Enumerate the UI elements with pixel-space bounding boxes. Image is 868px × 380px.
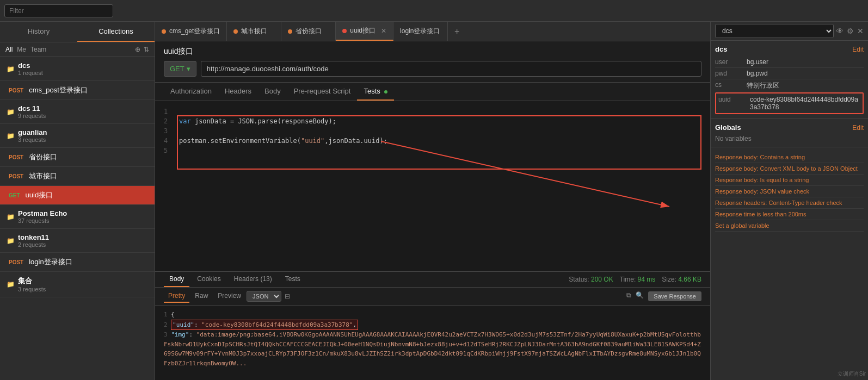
gear-icon[interactable]: ⚙ [847,27,854,35]
sidebar-item-cms-post[interactable]: POST cms_post登录接口 [0,81,155,100]
filter-team[interactable]: Team [30,46,46,53]
snippet-response-xml[interactable]: Response body: Convert XML body to a JSO… [715,163,864,175]
sidebar-item-uuid[interactable]: GET uuid接口 [0,186,155,205]
req-tab-tests[interactable]: Tests [357,83,394,101]
add-folder-icon[interactable]: ⊕ [135,46,140,53]
filter-me[interactable]: Me [17,46,26,53]
folder-name: tonken11 [18,233,49,241]
format-select[interactable]: JSON XML HTML [247,291,281,302]
req-tab-auth[interactable]: Authorization [164,83,218,101]
search-icon[interactable]: 🔍 [636,291,644,301]
filter-input[interactable] [4,4,113,17]
method-badge-post: POST [7,173,26,180]
sidebar-item-guanlian[interactable]: 📁 guanlian 3 requests [0,124,155,148]
status-value: 200 OK [591,276,613,283]
env-select[interactable]: dcs [715,24,834,38]
sidebar-tabs: History Collections [0,22,155,42]
line-number: 1 [164,107,173,116]
folder-icon: 📁 [7,65,15,73]
filter-all[interactable]: All [5,46,13,53]
method-label: GET [170,65,184,73]
add-tab-button[interactable]: + [448,27,466,36]
sort-icon[interactable]: ⇅ [144,46,149,53]
sidebar-filter-bar: All Me Team ⊕ ⇅ [0,42,155,57]
line-num: 2 [164,321,171,328]
response-tab-cookies[interactable]: Cookies [192,272,226,287]
resp-tab-raw[interactable]: Raw [190,290,212,303]
sidebar-item-city[interactable]: POST 城市接口 [0,167,155,186]
req-tab-headers[interactable]: Headers [218,83,258,101]
method-badge-get: GET [7,192,22,199]
response-tab-tests[interactable]: Tests [280,272,306,287]
env-val: bg.user [747,58,768,66]
snippet-response-contains[interactable]: Response body: Contains a string [715,152,864,163]
globals-section-header: Globals Edit [715,123,864,132]
sidebar-item-postman-echo[interactable]: 📁 Postman Echo 37 requests [0,205,155,229]
globals-section: Globals Edit No variables [711,119,868,147]
tab-login[interactable]: login登录接口 [393,22,448,41]
tab-label: 城市接口 [241,27,267,36]
request-area: uuid接口 GET ▾ [155,41,710,83]
sidebar-item-collection[interactable]: 📁 集合 3 requests [0,272,155,297]
tab-province[interactable]: 省份接口 [281,22,336,41]
env-section: dcs Edit user bg.user pwd bg.pwd cs 特别行政… [711,41,868,119]
resp-val: "data:image/png;base64,iVBORw0KGgoAAAANN… [164,331,701,367]
editor-wrapper: 1 2 var jsonData = JSON.parse(responseBo… [155,101,710,271]
resp-icons: ⧉ 🔍 Save Response [626,291,701,301]
req-tab-prerequest[interactable]: Pre-request Script [287,83,358,101]
resp-tab-pretty[interactable]: Pretty [164,290,189,303]
close-icon[interactable]: ✕ [857,27,864,35]
sidebar-item-dcs11[interactable]: 📁 dcs 11 9 requests [0,100,155,124]
req-tab-body[interactable]: Body [258,83,287,101]
resp-key: "img" [171,331,189,338]
resp-tab-preview[interactable]: Preview [213,290,245,303]
tab-uuid[interactable]: uuid接口 ✕ [336,22,393,41]
snippet-response-json[interactable]: Response body: JSON value check [715,186,864,197]
url-input[interactable] [201,61,701,77]
env-edit-button[interactable]: Edit [852,46,864,53]
sidebar-items: 📁 dcs 1 request POST cms_post登录接口 📁 [0,57,155,380]
status-label: Status: 200 OK [569,276,613,283]
url-bar: GET ▾ [164,61,701,77]
copy-icon[interactable]: ⧉ [626,291,631,301]
watermark: 立训师肖Sir [838,370,866,378]
response-status: Status: 200 OK Time: 94 ms Size: 4.66 KB [569,276,701,283]
response-tab-body[interactable]: Body [164,272,189,287]
env-section-header: dcs Edit [715,45,864,53]
folder-count: 3 requests [18,136,47,143]
snippet-response-time[interactable]: Response time is less than 200ms [715,209,864,220]
resp-key: "uuid" [173,321,194,328]
tab-dot [162,29,166,34]
line-num: 1 [164,311,171,318]
size-value: 4.66 KB [678,276,701,283]
method-select[interactable]: GET ▾ [164,61,196,77]
tab-close-icon[interactable]: ✕ [381,27,386,35]
filter-icon[interactable]: ⊟ [285,292,290,300]
eye-icon[interactable]: 👁 [836,27,844,35]
folder-name: Postman Echo [18,209,67,217]
sidebar-item-tonken11[interactable]: 📁 tonken11 2 requests [0,229,155,253]
snippet-response-content-type[interactable]: Response headers: Content-Type header ch… [715,197,864,209]
env-val: bg.pwd [747,70,768,77]
snippet-response-equal[interactable]: Response body: Is equal to a string [715,175,864,186]
snippet-set-global[interactable]: Set a global variable [715,220,864,232]
env-val: code-key8308bf64d24f4448bdfdd09a3a37b378 [750,96,860,111]
env-row-user: user bg.user [715,57,864,68]
folder-name: dcs [18,61,43,70]
response-area: Body Cookies Headers (13) Tests Status: … [155,271,710,380]
response-tab-headers[interactable]: Headers (13) [229,272,278,287]
sidebar-item-login[interactable]: POST login登录接口 [0,253,155,272]
sidebar-tab-history[interactable]: History [0,22,77,42]
save-response-button[interactable]: Save Response [648,291,701,301]
line-number: 2 [164,116,173,126]
time-label: Time: 94 ms [620,276,656,283]
env-section-title: dcs [715,45,727,53]
right-panel: dcs 👁 ⚙ ✕ dcs Edit user bg.user pwd bg.p… [710,22,868,380]
tab-city[interactable]: 城市接口 [227,22,281,41]
tab-cms-get[interactable]: cms_get登录接口 [155,22,227,41]
globals-edit-button[interactable]: Edit [852,124,864,132]
code-editor[interactable]: 1 2 var jsonData = JSON.parse(responseBo… [155,101,710,271]
sidebar-item-dcs[interactable]: 📁 dcs 1 request [0,57,155,81]
sidebar-item-province[interactable]: POST 省份接口 [0,148,155,167]
sidebar-tab-collections[interactable]: Collections [77,22,155,42]
